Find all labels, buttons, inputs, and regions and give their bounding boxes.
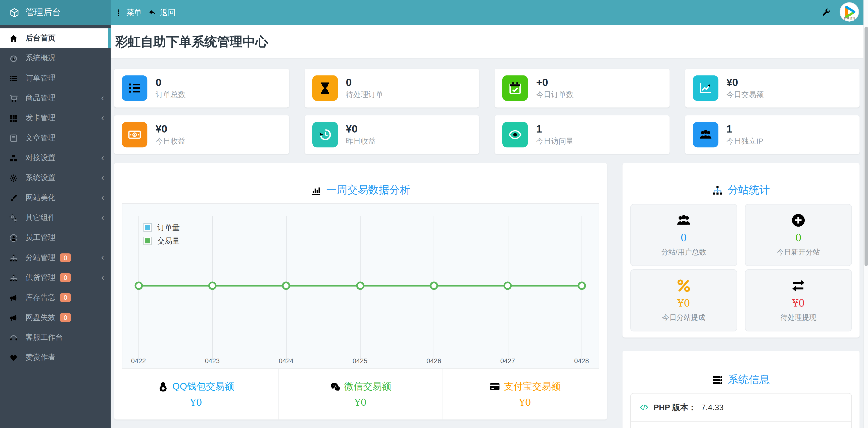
sidebar-item-overview[interactable]: 系统概况: [0, 48, 111, 68]
list-icon: [9, 74, 18, 82]
sidebar-item-beautify[interactable]: 网站美化‹: [0, 188, 111, 208]
code-icon: [640, 403, 649, 412]
sidebar-item-integration[interactable]: 对接设置‹: [0, 148, 111, 168]
sidebar-item-substations[interactable]: 分站管理0‹: [0, 248, 111, 267]
stat-value: 0: [156, 76, 185, 88]
chart-panel-title-text: 一周交易数据分析: [326, 183, 410, 197]
substat-label: 待处理提现: [780, 313, 816, 323]
cubes-icon: [9, 154, 18, 162]
tencent-video-logo-icon: 腾讯视频: [840, 2, 859, 22]
gear-icon: [9, 174, 18, 182]
stat-icon-box: [312, 122, 338, 147]
payment-value: ¥0: [354, 397, 367, 408]
brand-label: 管理后台: [25, 6, 61, 18]
sidebar-item-cards[interactable]: 发卡管理‹: [0, 108, 111, 128]
count-badge: 0: [60, 313, 71, 322]
chevron-left-icon: ‹: [101, 173, 104, 182]
substat-label: 今日新开分站: [777, 247, 820, 257]
stat-card-today-orders: +0今日订单数: [495, 69, 669, 107]
sidebar-item-home[interactable]: 后台首页: [0, 28, 111, 48]
stat-value: 1: [536, 123, 574, 135]
weekly-chart-panel: 一周交易数据分析 订单量交易量 042204230424042504260427…: [114, 163, 607, 420]
user-avatar[interactable]: 腾讯视频: [840, 2, 859, 22]
stat-value: 1: [726, 123, 763, 135]
sidebar-item-label: 其它组件: [25, 213, 55, 223]
payment-title: 微信交易额: [330, 380, 391, 393]
substation-stats-panel: 分站统计 0分站/用户总数0今日新开分站¥0今日分站提成¥0待处理提现: [622, 163, 860, 338]
qq-icon: [158, 381, 168, 392]
cart-icon: [9, 94, 18, 102]
hourglass-icon: [318, 82, 332, 95]
reply-arrow-icon: [149, 8, 156, 16]
stat-label: 今日收益: [156, 137, 185, 147]
chart-x-tick-label: 0422: [131, 357, 146, 365]
sidebar-item-products[interactable]: 商品管理‹: [0, 88, 111, 108]
stat-icon-box: [122, 122, 147, 147]
chevron-left-icon: ‹: [101, 93, 104, 102]
bullhorn-icon: [9, 313, 18, 322]
stat-text: 1今日访问量: [536, 123, 574, 146]
scrollbar-track[interactable]: [864, 0, 868, 428]
stat-text: ¥0昨日收益: [346, 123, 376, 146]
payment-label: 支付宝交易额: [504, 380, 561, 393]
menu-button[interactable]: 菜单: [111, 0, 145, 25]
stat-icon-box: [122, 76, 147, 101]
substat-label: 分站/用户总数: [661, 247, 706, 257]
sidebar-item-staff[interactable]: 员工管理: [0, 228, 111, 248]
sidebar-item-suppliers[interactable]: 供货管理0‹: [0, 267, 111, 287]
sidebar-item-netdisk-invalid[interactable]: 网盘失效0: [0, 308, 111, 327]
sidebar-item-label: 网盘失效: [25, 313, 55, 323]
chart-data-marker: [356, 282, 364, 290]
brand[interactable]: 管理后台: [0, 0, 111, 25]
vertical-dots-icon: [115, 8, 122, 16]
exchange-icon: [791, 278, 806, 293]
sidebar-item-components[interactable]: 其它组件‹: [0, 208, 111, 228]
system-info-value: 7.4.33: [701, 403, 723, 412]
stats-grid: 0订单总数0待处理订单+0今日订单数¥0今日交易额¥0今日收益¥0昨日收益1今日…: [114, 69, 860, 154]
svg-text:腾讯视频: 腾讯视频: [844, 17, 855, 20]
payment-wechat: 微信交易额¥0: [278, 369, 442, 420]
sidebar-item-articles[interactable]: 文章管理: [0, 128, 111, 148]
chart-data-marker: [504, 282, 512, 290]
scrollbar-thumb[interactable]: [865, 27, 868, 266]
back-label: 返回: [160, 7, 176, 18]
stat-text: 1今日独立IP: [726, 123, 763, 146]
chevron-left-icon: ‹: [101, 113, 104, 122]
sidebar-item-label: 供货管理: [25, 273, 55, 283]
back-button[interactable]: 返回: [145, 0, 179, 25]
chart-line-icon: [699, 82, 712, 95]
payment-alipay: 支付宝交易额¥0: [442, 369, 607, 420]
chart-x-tick-label: 0427: [500, 357, 515, 365]
stat-icon-box: [692, 122, 718, 147]
stat-label: 今日访问量: [536, 137, 574, 147]
stat-card-total-orders: 0订单总数: [114, 69, 289, 107]
sidebar-item-orders[interactable]: 订单管理: [0, 68, 111, 88]
home-icon: [9, 34, 18, 42]
chart-data-marker: [430, 282, 438, 290]
sidebar-item-label: 商品管理: [25, 93, 55, 103]
history-icon: [318, 128, 332, 141]
system-info-panel: 系统信息 PHP 版本：7.4.33: [622, 351, 860, 428]
stat-icon-box: [312, 76, 338, 101]
sidebar-item-donate[interactable]: 赞赏作者: [0, 347, 111, 367]
sidebar-item-stock-alert[interactable]: 库存告急0: [0, 288, 111, 308]
sidebar-item-settings[interactable]: 系统设置‹: [0, 168, 111, 188]
chevron-left-icon: ‹: [101, 273, 104, 282]
stat-card-today-volume: ¥0今日交易额: [685, 69, 860, 107]
sidebar-item-support[interactable]: 客服工作台: [0, 328, 111, 347]
chart-x-tick-label: 0428: [574, 357, 589, 365]
stat-label: 今日独立IP: [726, 137, 763, 147]
grid-icon: [9, 114, 18, 122]
sidebar-item-label: 客服工作台: [25, 333, 63, 342]
stat-text: 0待处理订单: [346, 76, 383, 100]
sidebar-item-label: 系统概况: [25, 53, 55, 63]
legend-label: 订单量: [157, 223, 180, 233]
sidebar-item-label: 员工管理: [25, 233, 55, 243]
stat-text: 0订单总数: [156, 76, 185, 100]
stat-value: ¥0: [726, 76, 764, 88]
substat-label: 今日分站提成: [662, 313, 705, 323]
eye-icon: [508, 128, 522, 141]
legend-item: 订单量: [144, 224, 180, 231]
chart-panel-title: 一周交易数据分析: [114, 163, 607, 197]
settings-wrench-button[interactable]: [821, 0, 831, 25]
